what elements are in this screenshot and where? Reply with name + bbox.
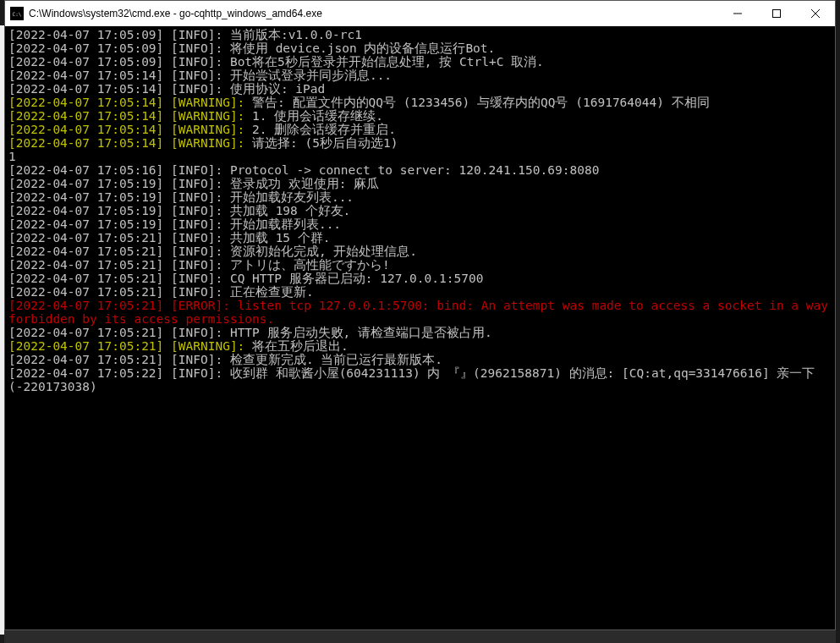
log-message: Protocol -> connect to server: 120.241.1… — [230, 163, 600, 177]
log-line: [2022-04-07 17:05:21] [INFO]: 检查更新完成. 当前… — [8, 353, 833, 366]
log-message: 请选择: (5秒后自动选1) — [252, 136, 398, 150]
log-prefix: [2022-04-07 17:05:14] [WARNING]: — [8, 96, 252, 109]
log-prefix: [2022-04-07 17:05:21] [INFO]: — [8, 272, 230, 285]
log-message: 登录成功 欢迎使用: 麻瓜 — [230, 177, 379, 190]
log-line: [2022-04-07 17:05:09] [INFO]: 当前版本:v1.0.… — [8, 28, 833, 41]
log-line: [2022-04-07 17:05:21] [WARNING]: 将在五秒后退出… — [8, 339, 833, 353]
log-message: Bot将在5秒后登录并开始信息处理, 按 Ctrl+C 取消. — [230, 55, 544, 69]
titlebar[interactable]: C:\Windows\system32\cmd.exe - go-cqhttp_… — [5, 1, 835, 26]
log-message: 资源初始化完成, 开始处理信息. — [230, 245, 417, 258]
log-prefix: [2022-04-07 17:05:14] [WARNING]: — [8, 136, 252, 150]
log-prefix: [2022-04-07 17:05:21] [ERROR]: — [8, 299, 238, 312]
log-prefix: [2022-04-07 17:05:09] [INFO]: — [8, 41, 230, 55]
log-prefix: [2022-04-07 17:05:21] [INFO]: — [8, 258, 230, 272]
log-message: 使用协议: iPad — [230, 82, 325, 96]
close-icon — [811, 9, 820, 18]
log-line: [2022-04-07 17:05:21] [ERROR]: listen tc… — [8, 299, 833, 326]
log-line: [2022-04-07 17:05:21] [INFO]: アトリは、高性能です… — [8, 258, 833, 272]
log-line: [2022-04-07 17:05:21] [INFO]: 资源初始化完成, 开… — [8, 245, 833, 258]
minimize-icon — [733, 9, 742, 18]
log-prefix: [2022-04-07 17:05:21] [INFO]: — [8, 245, 230, 258]
log-line: [2022-04-07 17:05:21] [INFO]: HTTP 服务启动失… — [8, 326, 833, 339]
log-prefix: [2022-04-07 17:05:19] [INFO]: — [8, 177, 230, 190]
log-message: 警告: 配置文件内的QQ号 (1233456) 与缓存内的QQ号 (169176… — [252, 96, 710, 109]
log-prefix: [2022-04-07 17:05:09] [INFO]: — [8, 28, 230, 41]
log-prefix: [2022-04-07 17:05:14] [WARNING]: — [8, 123, 252, 136]
svg-rect-1 — [773, 10, 781, 18]
log-prefix: [2022-04-07 17:05:21] [WARNING]: — [8, 339, 252, 353]
log-message: 共加载 15 个群. — [230, 231, 331, 245]
cmd-window: C:\Windows\system32\cmd.exe - go-cqhttp_… — [4, 0, 836, 630]
log-prefix: [2022-04-07 17:05:19] [INFO]: — [8, 204, 230, 217]
terminal-output[interactable]: [2022-04-07 17:05:09] [INFO]: 当前版本:v1.0.… — [5, 26, 835, 629]
log-line: [2022-04-07 17:05:22] [INFO]: 收到群 和歌酱小屋(… — [8, 366, 833, 393]
log-prefix: [2022-04-07 17:05:14] [WARNING]: — [8, 109, 252, 123]
log-line: [2022-04-07 17:05:09] [INFO]: Bot将在5秒后登录… — [8, 55, 833, 69]
log-message: CQ HTTP 服务器已启动: 127.0.0.1:5700 — [230, 272, 484, 285]
log-line: [2022-04-07 17:05:14] [INFO]: 开始尝试登录并同步消… — [8, 69, 833, 82]
log-message: 开始尝试登录并同步消息... — [230, 69, 392, 82]
log-message: 当前版本:v1.0.0-rc1 — [230, 28, 362, 41]
log-line: [2022-04-07 17:05:14] [WARNING]: 1. 使用会话… — [8, 109, 833, 123]
log-line: [2022-04-07 17:05:14] [INFO]: 使用协议: iPad — [8, 82, 833, 96]
window-buttons — [718, 1, 835, 26]
maximize-button[interactable] — [757, 1, 796, 26]
log-message: 开始加载群列表... — [230, 217, 341, 231]
log-line: [2022-04-07 17:05:19] [INFO]: 共加载 198 个好… — [8, 204, 833, 217]
log-prefix: [2022-04-07 17:05:21] [INFO]: — [8, 285, 230, 299]
log-message: アトリは、高性能ですから! — [230, 258, 390, 272]
log-prefix: [2022-04-07 17:05:14] [INFO]: — [8, 69, 230, 82]
minimize-button[interactable] — [718, 1, 757, 26]
log-message: 正在检查更新. — [230, 285, 314, 299]
log-line: [2022-04-07 17:05:14] [WARNING]: 警告: 配置文… — [8, 96, 833, 109]
background-bottom-strip — [4, 630, 836, 643]
log-line: [2022-04-07 17:05:21] [INFO]: CQ HTTP 服务… — [8, 272, 833, 285]
log-message: HTTP 服务启动失败, 请检查端口是否被占用. — [230, 326, 492, 339]
log-line: [2022-04-07 17:05:21] [INFO]: 共加载 15 个群. — [8, 231, 833, 245]
maximize-icon — [772, 9, 781, 18]
log-message: 2. 删除会话缓存并重启. — [252, 123, 396, 136]
log-line: [2022-04-07 17:05:21] [INFO]: 正在检查更新. — [8, 285, 833, 299]
log-line: [2022-04-07 17:05:19] [INFO]: 开始加载群列表... — [8, 217, 833, 231]
log-line: [2022-04-07 17:05:14] [WARNING]: 2. 删除会话… — [8, 123, 833, 136]
log-prefix: [2022-04-07 17:05:21] [INFO]: — [8, 353, 230, 366]
log-prefix: [2022-04-07 17:05:14] [INFO]: — [8, 82, 230, 96]
log-prefix: [2022-04-07 17:05:09] [INFO]: — [8, 55, 230, 69]
log-message: 将使用 device.json 内的设备信息运行Bot. — [230, 41, 495, 55]
log-prefix: [2022-04-07 17:05:19] [INFO]: — [8, 190, 230, 204]
log-line: 1 — [8, 150, 833, 163]
log-line: [2022-04-07 17:05:19] [INFO]: 开始加载好友列表..… — [8, 190, 833, 204]
log-line: [2022-04-07 17:05:16] [INFO]: Protocol -… — [8, 163, 833, 177]
log-message: 开始加载好友列表... — [230, 190, 354, 204]
log-message: 检查更新完成. 当前已运行最新版本. — [230, 353, 442, 366]
log-prefix: [2022-04-07 17:05:21] [INFO]: — [8, 326, 230, 339]
log-line: [2022-04-07 17:05:19] [INFO]: 登录成功 欢迎使用:… — [8, 177, 833, 190]
log-line: [2022-04-07 17:05:09] [INFO]: 将使用 device… — [8, 41, 833, 55]
log-message: 共加载 198 个好友. — [230, 204, 350, 217]
log-prefix: [2022-04-07 17:05:19] [INFO]: — [8, 217, 230, 231]
log-message: 1. 使用会话缓存继续. — [252, 109, 383, 123]
log-prefix: [2022-04-07 17:05:22] [INFO]: — [8, 366, 230, 380]
log-line: [2022-04-07 17:05:14] [WARNING]: 请选择: (5… — [8, 136, 833, 150]
cmd-icon — [10, 7, 24, 20]
close-button[interactable] — [796, 1, 835, 26]
window-title: C:\Windows\system32\cmd.exe - go-cqhttp_… — [29, 8, 718, 19]
log-message: 将在五秒后退出. — [252, 339, 349, 353]
log-prefix: [2022-04-07 17:05:21] [INFO]: — [8, 231, 230, 245]
log-prefix: [2022-04-07 17:05:16] [INFO]: — [8, 163, 230, 177]
